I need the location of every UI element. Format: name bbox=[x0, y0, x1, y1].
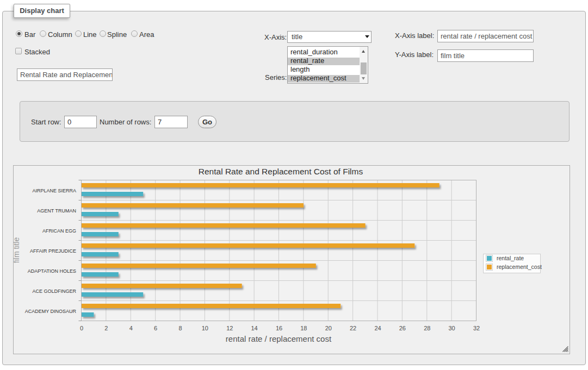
svg-text:AFFAIR PREJUDICE: AFFAIR PREJUDICE bbox=[30, 248, 76, 254]
svg-text:14: 14 bbox=[251, 325, 258, 331]
svg-text:20: 20 bbox=[325, 325, 332, 331]
svg-text:16: 16 bbox=[276, 325, 282, 331]
svg-text:AIRPLANE SIERRA: AIRPLANE SIERRA bbox=[32, 188, 76, 193]
svg-text:8: 8 bbox=[178, 325, 182, 331]
svg-text:28: 28 bbox=[424, 325, 430, 331]
svg-text:AFRICAN EGG: AFRICAN EGG bbox=[42, 228, 76, 234]
svg-text:24: 24 bbox=[374, 325, 381, 331]
svg-text:10: 10 bbox=[202, 325, 208, 331]
svg-text:ACADEMY DINOSAUR: ACADEMY DINOSAUR bbox=[25, 309, 77, 314]
svg-text:18: 18 bbox=[300, 325, 307, 331]
svg-text:12: 12 bbox=[226, 325, 233, 331]
svg-text:6: 6 bbox=[154, 325, 157, 331]
svg-text:4: 4 bbox=[129, 325, 133, 331]
svg-text:22: 22 bbox=[350, 325, 356, 331]
svg-text:30: 30 bbox=[449, 325, 455, 331]
svg-text:rental_rate: rental_rate bbox=[497, 255, 524, 261]
svg-text:replacement_cost: replacement_cost bbox=[497, 264, 542, 270]
svg-text:AGENT TRUMAN: AGENT TRUMAN bbox=[37, 208, 76, 214]
svg-text:26: 26 bbox=[399, 325, 406, 331]
svg-text:ADAPTATION HOLES: ADAPTATION HOLES bbox=[28, 268, 76, 274]
svg-text:32: 32 bbox=[473, 325, 480, 331]
svg-text:ACE GOLDFINGER: ACE GOLDFINGER bbox=[32, 289, 76, 294]
svg-text:2: 2 bbox=[104, 325, 108, 331]
svg-text:rental rate / replacement cost: rental rate / replacement cost bbox=[226, 334, 332, 343]
svg-text:Rental Rate and Replacement Co: Rental Rate and Replacement Cost of Film… bbox=[199, 167, 363, 176]
svg-text:film title: film title bbox=[14, 237, 21, 264]
svg-text:0: 0 bbox=[80, 325, 83, 331]
